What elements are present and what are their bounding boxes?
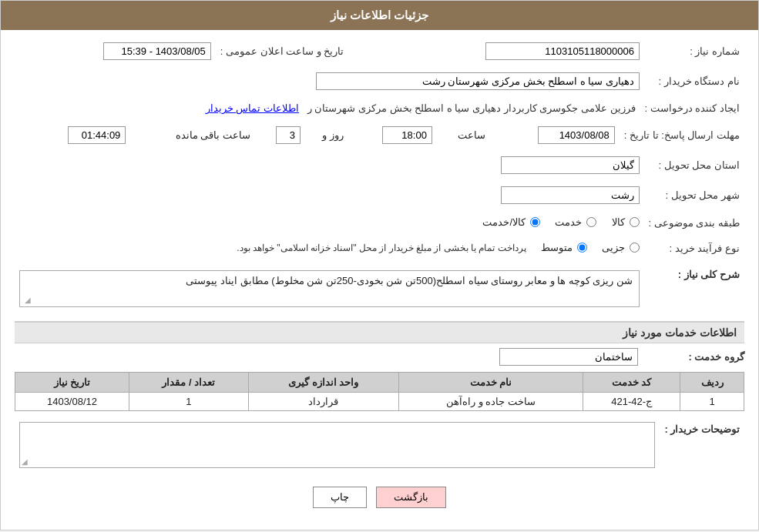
buyer-resize-icon: ◢ bbox=[22, 457, 28, 466]
category-kala-radio[interactable] bbox=[630, 217, 640, 227]
deadline-table: مهلت ارسال پاسخ: تا تاریخ : ساعت روز و س… bbox=[15, 123, 744, 147]
service-table: ردیف کد خدمت نام خدمت واحد اندازه گیری ت… bbox=[15, 372, 744, 411]
service-group-label: گروه خدمت : bbox=[644, 351, 744, 363]
process-note: پرداخت تمام یا بخشی از مبلغ خریدار از مح… bbox=[237, 243, 526, 253]
col-header-name: نام خدمت bbox=[398, 373, 583, 393]
table-cell-date: 1403/08/12 bbox=[15, 393, 129, 411]
response-date-input[interactable] bbox=[538, 126, 615, 144]
col-header-row: ردیف bbox=[680, 373, 744, 393]
process-radio-group: جزیی متوسط پرداخت تمام یا بخشی از مبلغ خ… bbox=[237, 242, 640, 253]
response-days-label: روز و bbox=[305, 123, 347, 147]
category-kala-khedmat-radio[interactable] bbox=[530, 217, 540, 227]
buyer-name-label: نام دستگاه خریدار : bbox=[644, 69, 744, 93]
page-header: جزئیات اطلاعات نیاز bbox=[1, 1, 758, 30]
city-label: شهر محل تحویل : bbox=[644, 183, 744, 207]
service-group-input[interactable] bbox=[499, 348, 638, 366]
response-time-input[interactable] bbox=[382, 126, 432, 144]
response-remaining-label: ساعت باقی مانده bbox=[130, 123, 254, 147]
need-desc-table: شرح کلی نیاز : شن ریزی کوچه ها و معابر ر… bbox=[15, 264, 744, 313]
contact-link[interactable]: اطلاعات تماس خریدار bbox=[206, 102, 299, 114]
response-remaining-input[interactable] bbox=[68, 126, 126, 144]
process-motavasset-radio[interactable] bbox=[577, 243, 587, 253]
page-wrapper: جزئیات اطلاعات نیاز شماره نیاز : تاریخ و… bbox=[0, 0, 759, 530]
table-cell-row: 1 bbox=[680, 393, 744, 411]
footer-buttons: بازگشت چاپ bbox=[15, 477, 744, 520]
table-cell-name: ساخت جاده و راه‌آهن bbox=[398, 393, 583, 411]
category-label: طبقه بندی موضوعی : bbox=[644, 213, 744, 233]
top-info-table: شماره نیاز : تاریخ و ساعت اعلان عمومی : bbox=[15, 39, 744, 63]
process-label: نوع فرآیند خرید : bbox=[644, 239, 744, 258]
category-table: طبقه بندی موضوعی : کالا خدمت کالا/خدمت bbox=[15, 213, 744, 233]
col-header-code: کد خدمت bbox=[583, 373, 680, 393]
category-kala-label: کالا bbox=[612, 216, 625, 228]
city-table: شهر محل تحویل : bbox=[15, 183, 744, 207]
city-input[interactable] bbox=[501, 186, 640, 204]
content-area: شماره نیاز : تاریخ و ساعت اعلان عمومی : … bbox=[1, 30, 758, 530]
service-group-row: گروه خدمت : bbox=[15, 348, 744, 366]
operator-value: فرزین علامی جکوسری کاربردار دهیاری سیا ه… bbox=[307, 102, 636, 114]
buyer-name-table: نام دستگاه خریدار : bbox=[15, 69, 744, 93]
province-label: استان محل تحویل : bbox=[644, 153, 744, 177]
category-khedmat-radio[interactable] bbox=[586, 217, 596, 227]
category-khedmat-label: خدمت bbox=[555, 216, 582, 228]
need-desc-text: شن ریزی کوچه ها و معابر روستای سیاه اسطل… bbox=[186, 275, 633, 286]
table-cell-qty: 1 bbox=[129, 393, 248, 411]
need-desc-label: شرح کلی نیاز : bbox=[644, 264, 744, 313]
service-section-title: اطلاعات خدمات مورد نیاز bbox=[15, 321, 744, 343]
back-button[interactable]: بازگشت bbox=[376, 487, 446, 508]
page-title: جزئیات اطلاعات نیاز bbox=[331, 8, 428, 22]
resize-icon: ◢ bbox=[22, 296, 31, 305]
category-radio-group: کالا خدمت کالا/خدمت bbox=[482, 216, 639, 228]
response-deadline-label: مهلت ارسال پاسخ: تا تاریخ : bbox=[620, 123, 744, 147]
need-number-input[interactable] bbox=[485, 42, 640, 60]
buyer-name-input[interactable] bbox=[316, 72, 640, 90]
response-days-input[interactable] bbox=[276, 126, 301, 144]
province-table: استان محل تحویل : bbox=[15, 153, 744, 177]
response-time-label: ساعت bbox=[437, 123, 489, 147]
buyer-desc-table: توضیحات خریدار : ◢ bbox=[15, 419, 744, 471]
buyer-desc-label: توضیحات خریدار : bbox=[660, 419, 744, 471]
table-cell-unit: قرارداد bbox=[248, 393, 398, 411]
print-button[interactable]: چاپ bbox=[313, 487, 367, 508]
col-header-qty: تعداد / مقدار bbox=[129, 373, 248, 393]
col-header-unit: واحد اندازه گیری bbox=[248, 373, 398, 393]
need-desc-box: شن ریزی کوچه ها و معابر روستای سیاه اسطل… bbox=[19, 270, 640, 307]
announce-datetime-label: تاریخ و ساعت اعلان عمومی : bbox=[216, 39, 349, 63]
creator-label: ایجاد کننده درخواست : bbox=[640, 99, 744, 117]
col-header-date: تاریخ نیاز bbox=[15, 373, 129, 393]
category-kala-khedmat-label: کالا/خدمت bbox=[482, 216, 526, 228]
announce-datetime-input[interactable] bbox=[103, 42, 211, 60]
process-jozi-radio[interactable] bbox=[630, 243, 640, 253]
province-input[interactable] bbox=[501, 156, 640, 174]
process-motavasset-label: متوسط bbox=[541, 242, 573, 253]
table-cell-code: ج-42-421 bbox=[583, 393, 680, 411]
buyer-desc-wrapper: ◢ bbox=[19, 422, 655, 468]
process-table: نوع فرآیند خرید : جزیی متوسط پرداخت تمام… bbox=[15, 239, 744, 258]
process-jozi-label: جزیی bbox=[602, 242, 625, 253]
table-row: 1ج-42-421ساخت جاده و راه‌آهنقرارداد11403… bbox=[15, 393, 744, 411]
creator-table: ایجاد کننده درخواست : فرزین علامی جکوسری… bbox=[15, 99, 744, 117]
need-number-label: شماره نیاز : bbox=[644, 39, 744, 63]
